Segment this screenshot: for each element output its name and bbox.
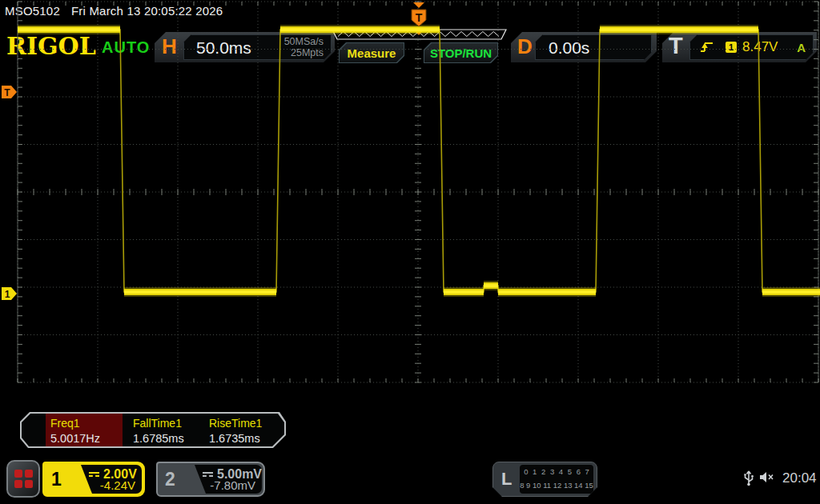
channel2-number: 2 [165,469,175,490]
logic-channels-row2: 8 9 10 11 12 13 14 15 [520,478,593,492]
channel2-offset: -7.80mV [210,478,255,492]
measurement-name: Freq1 [50,417,80,430]
waveform-display: TT1 [0,0,820,386]
measurement-value: 5.0017Hz [50,432,100,445]
measurement-results-panel[interactable]: Freq1 5.0017Hz FallTime1 1.6785ms RiseTi… [20,412,286,448]
channel1-number: 1 [51,469,62,490]
channel2-box[interactable]: 2 5.00mV -7.80mV [156,462,265,497]
logic-analyzer-panel[interactable]: L 0 1 2 3 4 5 6 7 8 9 10 11 12 13 14 15 [492,462,597,497]
channel2-values: 5.00mV -7.80mV [182,465,262,494]
channel1-offset: -4.24V [100,478,135,492]
channel1-box[interactable]: 1 2.00V -4.24V [42,462,145,497]
logic-channels-row1: 0 1 2 3 4 5 6 7 [520,465,593,478]
measurement-name: RiseTime1 [209,417,262,430]
trigger-level-marker[interactable]: T [4,87,10,98]
logic-channel-numbers: 0 1 2 3 4 5 6 7 8 9 10 11 12 13 14 15 [520,465,593,494]
logic-analyzer-label: L [501,469,512,490]
dc-coupling-icon [203,472,213,477]
measurement-item-risetime1[interactable]: RiseTime1 1.6735ms [204,414,281,446]
measurement-item-falltime1[interactable]: FallTime1 1.6785ms [128,414,205,446]
measurement-results-inner: Freq1 5.0017Hz FallTime1 1.6785ms RiseTi… [22,414,284,446]
trigger-position-marker[interactable]: T [416,11,423,24]
measurement-name: FallTime1 [133,417,182,430]
oscilloscope-screen: MSO5102Fri March 13 20:05:22 2026 RIGOL … [0,0,820,504]
usb-icon [743,469,754,486]
speaker-muted-icon[interactable] [759,471,775,483]
menu-grid-icon [14,470,33,488]
clock: 20:04 [782,470,817,486]
measurement-value: 1.6735ms [209,432,260,445]
channel1-position-marker[interactable]: 1 [5,289,10,300]
menu-button[interactable] [6,460,40,498]
dc-coupling-icon [89,472,99,477]
channel1-values: 2.00V -4.24V [68,465,142,494]
measurement-item-freq1[interactable]: Freq1 5.0017Hz [46,414,123,446]
measurement-value: 1.6785ms [133,432,184,445]
